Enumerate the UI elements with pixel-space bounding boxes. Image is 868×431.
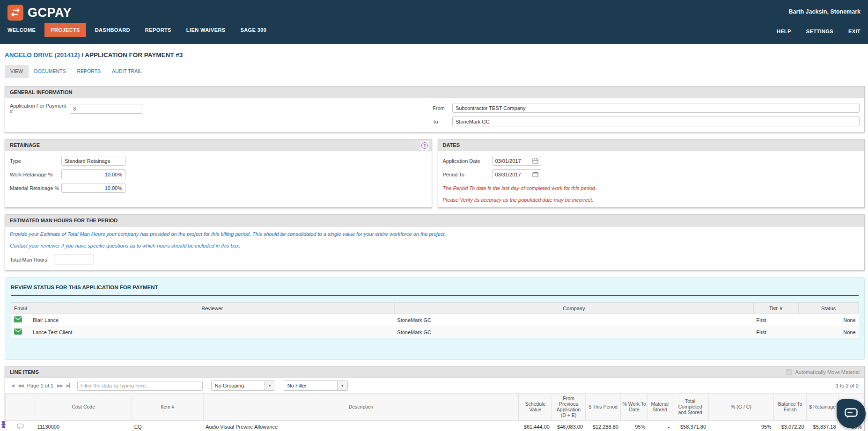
review-col-reviewer[interactable]: Reviewer <box>30 303 394 314</box>
dates-header: DATES <box>438 139 865 151</box>
review-row: Blair Lance StoneMark GC First None <box>11 314 859 326</box>
tab-reports[interactable]: REPORTS <box>72 65 107 78</box>
bug-icon[interactable] <box>1 420 6 429</box>
cell-cost-code: 11130000 <box>35 420 132 431</box>
breadcrumb-project-link[interactable]: ANGELO DRIVE (201412) <box>5 51 80 58</box>
chevron-down-icon: ▼ <box>337 381 347 390</box>
col-cost-code[interactable]: Cost Code <box>35 394 132 420</box>
col-item[interactable]: Item # <box>132 394 203 420</box>
nav-dashboard[interactable]: DASHBOARD <box>95 23 130 37</box>
row-icon-column <box>6 394 35 420</box>
tab-view[interactable]: VIEW <box>5 65 29 78</box>
email-icon[interactable] <box>14 316 22 323</box>
tab-audit-trail[interactable]: AUDIT TRAIL <box>106 65 147 78</box>
col-schedule-value[interactable]: Schedule Value <box>519 394 552 420</box>
col-total-completed[interactable]: Total Completed and Stored <box>672 394 708 420</box>
to-input[interactable] <box>452 117 860 126</box>
period-to-input[interactable] <box>492 169 531 179</box>
retainage-type-label: Type <box>10 158 61 164</box>
review-col-tier[interactable]: Tier ∨ <box>754 303 799 314</box>
review-status-panel: REVIEW STATUS FOR THIS APPLICATION FOR P… <box>5 277 865 360</box>
col-retainage-amt[interactable]: $ Retainage <box>807 394 839 420</box>
cell-description: Audio Visual Prewire Allowance <box>203 420 519 431</box>
general-information-title: GENERAL INFORMATION <box>10 89 72 95</box>
cell-balance-to-finish: $3,072.20 <box>774 420 807 431</box>
nav-reports[interactable]: REPORTS <box>145 23 171 37</box>
brand-name[interactable]: GCPAY <box>28 6 72 20</box>
review-col-company[interactable]: Company <box>394 303 753 314</box>
reviewer-tier: First <box>754 326 799 338</box>
material-retainage-input[interactable] <box>61 183 125 193</box>
page-indicator: Page 1 of 1 <box>27 383 53 388</box>
cell-this-period[interactable]: $12,288.80 <box>585 420 621 431</box>
application-date-calendar-icon[interactable] <box>530 156 541 166</box>
from-input[interactable] <box>452 103 860 113</box>
total-man-hours-input[interactable] <box>54 255 94 264</box>
col-balance-to-finish[interactable]: Balance To Finish <box>774 394 807 420</box>
col-this-period[interactable]: $ This Period <box>585 394 621 420</box>
man-hours-title: ESTIMATED MAN HOURS FOR THE PERIOD <box>10 218 118 223</box>
general-information-body: Application For Payment # From To <box>5 98 864 132</box>
man-hours-header: ESTIMATED MAN HOURS FOR THE PERIOD <box>5 215 864 226</box>
nav-projects[interactable]: PROJECTS <box>44 23 86 37</box>
auto-move-material-control[interactable]: ✓ Automatically Move Material <box>786 369 860 375</box>
auto-move-checkbox[interactable]: ✓ <box>786 369 792 375</box>
first-page-icon[interactable]: ◀ <box>9 382 16 389</box>
retainage-help-button[interactable]: ? <box>420 140 430 150</box>
cell-material-stored[interactable]: - <box>647 420 672 431</box>
gcpay-logo-icon[interactable] <box>7 5 23 21</box>
breadcrumb-separator: / <box>80 51 85 58</box>
nav-welcome[interactable]: WELCOME <box>7 23 36 37</box>
general-left: Application For Payment # <box>10 103 142 127</box>
col-from-previous[interactable]: From Previous Application (D + E) <box>552 394 585 420</box>
grouping-dropdown[interactable]: No Grouping ▼ <box>211 380 275 391</box>
help-icon: ? <box>421 142 428 149</box>
col-material-stored[interactable]: Material Stored <box>647 394 672 420</box>
line-items-title: LINE ITEMS <box>10 369 39 375</box>
cell-retainage-amt: $5,837.18 <box>807 420 839 431</box>
col-description[interactable]: Description <box>203 394 519 420</box>
next-page-icon[interactable]: ▶▶ <box>55 382 65 389</box>
comment-icon[interactable] <box>17 424 24 430</box>
retainage-type-input[interactable] <box>61 156 125 166</box>
work-retainage-input[interactable] <box>61 169 125 179</box>
application-number-input[interactable] <box>70 104 142 114</box>
man-hours-section: ESTIMATED MAN HOURS FOR THE PERIOD Provi… <box>5 214 865 270</box>
nav-help[interactable]: HELP <box>777 24 791 38</box>
nav-right: HELP SETTINGS EXIT <box>762 24 861 38</box>
breadcrumb: ANGELO DRIVE (201412) / APPLICATION FOR … <box>0 44 868 58</box>
previous-page-icon[interactable]: ◀◀ <box>16 382 25 389</box>
application-date-input[interactable] <box>492 156 531 166</box>
nav-exit[interactable]: EXIT <box>848 24 861 38</box>
cell-item: EQ <box>132 420 203 431</box>
review-row: Lance Test Client StoneMark GC First Non… <box>11 326 859 338</box>
period-to-calendar-icon[interactable] <box>530 169 541 179</box>
nav-sage-300[interactable]: SAGE 300 <box>241 23 267 37</box>
col-pct-g-c[interactable]: % (G / C) <box>708 394 774 420</box>
period-to-label: Period To <box>443 172 492 177</box>
line-items-toolbar: ◀ ◀◀ Page 1 of 1 ▶▶ ▶ No Grouping ▼ No F… <box>5 378 864 394</box>
tab-bar: VIEW DOCUMENTS REPORTS AUDIT TRAIL <box>0 65 868 78</box>
filter-dropdown[interactable]: No Filter ▼ <box>284 380 348 391</box>
cell-work-to-date[interactable]: 95% <box>621 420 647 431</box>
reviewer-company: StoneMark GC <box>394 326 753 338</box>
chat-launcher-button[interactable] <box>837 399 866 428</box>
review-col-status[interactable]: Status <box>799 303 859 314</box>
email-icon[interactable] <box>14 329 22 336</box>
last-page-icon[interactable]: ▶ <box>65 382 72 389</box>
period-warning-line2: Please Verify its accuracy as the popula… <box>443 197 860 203</box>
material-retainage-label: Material Retainage % <box>10 185 61 191</box>
filter-input[interactable] <box>77 381 203 391</box>
review-col-email[interactable]: Email <box>11 303 30 314</box>
work-retainage-label: Work Retainage % <box>10 172 61 177</box>
nav-settings[interactable]: SETTINGS <box>806 24 833 38</box>
reviewer-status: None <box>799 314 859 326</box>
top-navbar: GCPAY Barth Jacksin, Stonemark WELCOME P… <box>0 0 868 44</box>
chevron-down-icon: ▼ <box>265 381 275 390</box>
retainage-dates-row: RETAINAGE ? Type Work Retainage % Materi… <box>5 139 865 208</box>
chat-bubble-icon <box>845 408 858 419</box>
tab-documents[interactable]: DOCUMENTS <box>29 65 72 78</box>
cell-schedule-value: $61,444.00 <box>519 420 552 431</box>
nav-lien-waivers[interactable]: LIEN WAIVERS <box>186 23 226 37</box>
col-work-to-date[interactable]: % Work To Date <box>621 394 647 420</box>
